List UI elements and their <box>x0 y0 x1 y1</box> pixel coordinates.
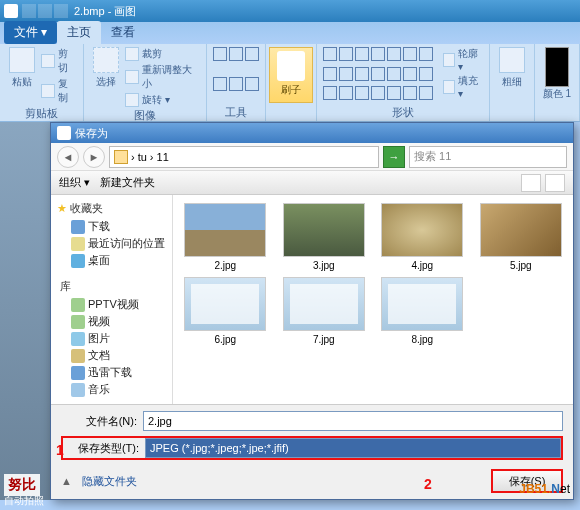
resize-icon <box>125 70 139 84</box>
sidebar-videos[interactable]: 视频 <box>51 313 172 330</box>
qat-redo-icon[interactable] <box>54 4 68 18</box>
app-titlebar: 2.bmp - 画图 <box>0 0 580 22</box>
file-item[interactable]: 7.jpg <box>280 277 369 345</box>
file-item[interactable]: 4.jpg <box>378 203 467 271</box>
cut-button[interactable]: 剪切 <box>41 47 77 75</box>
sidebar-downloads[interactable]: 下载 <box>51 218 172 235</box>
dialog-titlebar[interactable]: 保存为 <box>51 123 573 143</box>
file-list[interactable]: 2.jpg 3.jpg 4.jpg 5.jpg 6.jpg 7.jpg 8.jp… <box>173 195 573 404</box>
ribbon-tabs: 文件 ▾ 主页 查看 <box>0 22 580 44</box>
thickness-button[interactable]: 粗细 <box>496 47 528 89</box>
file-item[interactable]: 8.jpg <box>378 277 467 345</box>
filename-input[interactable]: 2.jpg <box>143 411 563 431</box>
tab-view[interactable]: 查看 <box>101 21 145 44</box>
tab-home[interactable]: 主页 <box>57 21 101 44</box>
view-mode-button[interactable] <box>521 174 541 192</box>
organize-button[interactable]: 组织 ▾ <box>59 175 90 190</box>
canvas-background <box>0 122 50 500</box>
group-label-tools: 工具 <box>213 104 259 121</box>
select-button[interactable]: 选择 <box>90 47 121 107</box>
save-as-dialog: 保存为 ◄ ► › tu › 11 → 搜索 11 组织 ▾ 新建文件夹 ★收藏… <box>50 122 574 500</box>
shape-outline-button[interactable]: 轮廓 ▾ <box>443 47 483 72</box>
thunder-icon <box>71 366 85 380</box>
group-shapes: 轮廓 ▾ 填充 ▾ 形状 <box>317 44 490 121</box>
copy-button[interactable]: 复制 <box>41 77 77 105</box>
group-image: 选择 裁剪 重新调整大小 旋转 ▾ 图像 <box>84 44 207 121</box>
shapes-gallery[interactable] <box>323 47 433 104</box>
nav-sidebar: ★收藏夹 下载 最近访问的位置 桌面 库 PPTV视频 视频 图片 文档 迅雷下… <box>51 195 173 404</box>
fill-icon <box>443 80 456 94</box>
qat-undo-icon[interactable] <box>38 4 52 18</box>
ad-subtitle: 自动拍照 <box>4 494 44 508</box>
file-item[interactable]: 3.jpg <box>280 203 369 271</box>
breadcrumb[interactable]: › tu › 11 <box>109 146 379 168</box>
filename-label: 文件名(N): <box>61 414 137 429</box>
hide-folders-link[interactable]: 隐藏文件夹 <box>82 474 137 489</box>
sidebar-pictures[interactable]: 图片 <box>51 330 172 347</box>
group-thickness: 粗细 <box>490 44 535 121</box>
group-label-shapes: 形状 <box>323 104 483 121</box>
dialog-title: 保存为 <box>75 126 108 141</box>
group-label-clipboard: 剪贴板 <box>6 105 77 122</box>
back-button[interactable]: ◄ <box>57 146 79 168</box>
paste-button[interactable]: 粘贴 <box>6 47 37 105</box>
picker-tool-icon[interactable] <box>229 77 243 91</box>
refresh-button[interactable]: → <box>383 146 405 168</box>
sidebar-music[interactable]: 音乐 <box>51 381 172 398</box>
group-color: 颜色 1 <box>535 44 580 121</box>
folder-icon <box>114 150 128 164</box>
crop-button[interactable]: 裁剪 <box>125 47 200 61</box>
sidebar-libraries[interactable]: 库 <box>51 277 172 296</box>
file-item[interactable]: 5.jpg <box>477 203 566 271</box>
tab-file[interactable]: 文件 ▾ <box>4 21 57 44</box>
qat-save-icon[interactable] <box>22 4 36 18</box>
copy-icon <box>41 84 55 98</box>
sidebar-documents[interactable]: 文档 <box>51 347 172 364</box>
picture-icon <box>71 332 85 346</box>
file-item[interactable]: 2.jpg <box>181 203 270 271</box>
paste-icon <box>9 47 35 73</box>
download-icon <box>71 220 85 234</box>
select-icon <box>93 47 119 73</box>
thickness-icon <box>499 47 525 73</box>
new-folder-button[interactable]: 新建文件夹 <box>100 175 155 190</box>
ad-overlay: 努比 <box>4 474 40 496</box>
zoom-tool-icon[interactable] <box>245 77 259 91</box>
expand-icon[interactable]: ▲ <box>61 475 72 487</box>
cut-icon <box>41 54 55 68</box>
file-item[interactable]: 6.jpg <box>181 277 270 345</box>
filetype-dropdown[interactable]: JPEG (*.jpg;*.jpeg;*.jpe;*.jfif) <box>145 438 561 458</box>
text-tool-icon[interactable] <box>245 47 259 61</box>
color1-button[interactable]: 颜色 1 <box>541 47 573 101</box>
quick-access-toolbar[interactable] <box>22 4 68 18</box>
dialog-nav: ◄ ► › tu › 11 → 搜索 11 <box>51 143 573 171</box>
recent-icon <box>71 237 85 251</box>
dialog-toolbar: 组织 ▾ 新建文件夹 <box>51 171 573 195</box>
outline-icon <box>443 53 456 67</box>
music-icon <box>71 383 85 397</box>
eraser-tool-icon[interactable] <box>213 77 227 91</box>
rotate-button[interactable]: 旋转 ▾ <box>125 93 200 107</box>
shape-fill-button[interactable]: 填充 ▾ <box>443 74 483 99</box>
resize-button[interactable]: 重新调整大小 <box>125 63 200 91</box>
fill-tool-icon[interactable] <box>229 47 243 61</box>
sidebar-favorites[interactable]: ★收藏夹 <box>51 199 172 218</box>
sidebar-recent[interactable]: 最近访问的位置 <box>51 235 172 252</box>
help-button[interactable] <box>545 174 565 192</box>
sidebar-thunder[interactable]: 迅雷下载 <box>51 364 172 381</box>
crop-icon <box>125 47 139 61</box>
sidebar-pptv[interactable]: PPTV视频 <box>51 296 172 313</box>
brush-icon <box>277 51 305 81</box>
video-icon <box>71 315 85 329</box>
forward-button[interactable]: ► <box>83 146 105 168</box>
group-clipboard: 粘贴 剪切 复制 剪贴板 <box>0 44 84 121</box>
ribbon: 粘贴 剪切 复制 剪贴板 选择 裁剪 重新调整大小 旋转 ▾ 图像 <box>0 44 580 122</box>
watermark: JB51.Net <box>519 482 570 496</box>
search-input[interactable]: 搜索 11 <box>409 146 567 168</box>
pptv-icon <box>71 298 85 312</box>
pencil-tool-icon[interactable] <box>213 47 227 61</box>
app-icon <box>4 4 18 18</box>
brush-button[interactable]: 刷子 <box>269 47 313 103</box>
app-title: 2.bmp - 画图 <box>74 4 136 19</box>
sidebar-desktop[interactable]: 桌面 <box>51 252 172 269</box>
